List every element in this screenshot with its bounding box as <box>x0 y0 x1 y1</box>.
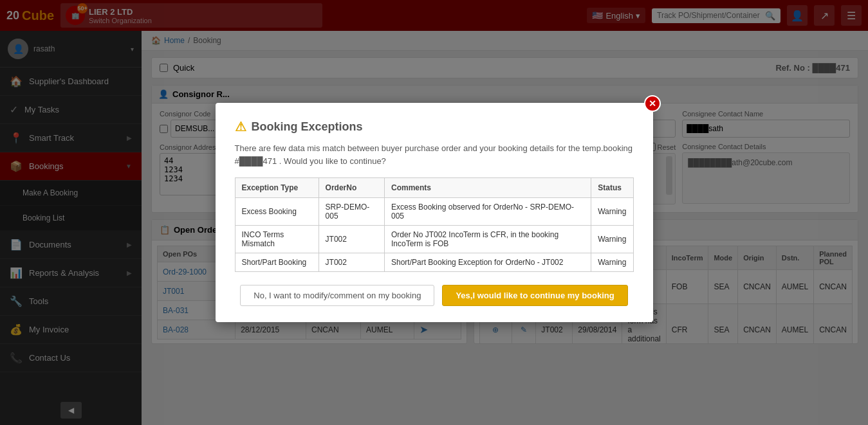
exception-type: INCO Terms Mismatch <box>235 226 319 253</box>
exception-order-no: JT002 <box>319 226 384 253</box>
exception-type: Short/Part Booking <box>235 253 319 272</box>
modal-col-comments: Comments <box>385 178 591 198</box>
modal-exception-row: Excess Booking SRP-DEMO-005 Excess Booki… <box>235 198 633 226</box>
modal-exception-row: Short/Part Booking JT002 Short/Part Book… <box>235 253 633 272</box>
modal-exception-row: INCO Terms Mismatch JT002 Order No JT002… <box>235 226 633 253</box>
modal-body: There are few data mis match between buy… <box>235 142 634 167</box>
exception-status: Warning <box>591 198 633 226</box>
exception-comments: Order No JT002 IncoTerm is CFR, in the b… <box>385 226 591 253</box>
modal-title: ⚠ Booking Exceptions <box>235 119 634 134</box>
warning-icon: ⚠ <box>235 119 246 134</box>
exception-status: Warning <box>591 226 633 253</box>
exception-comments: Excess Booking observed for OrderNo - SR… <box>385 198 591 226</box>
cancel-booking-button[interactable]: No, I want to modify/comment on my booki… <box>240 285 434 306</box>
modal-actions: No, I want to modify/comment on my booki… <box>235 285 634 306</box>
exception-type: Excess Booking <box>235 198 319 226</box>
exception-comments: Short/Part Booking Exception for OrderNo… <box>385 253 591 272</box>
modal-exceptions-table: Exception Type OrderNo Comments Status E… <box>235 177 634 272</box>
exception-order-no: JT002 <box>319 253 384 272</box>
modal-overlay: ✕ ⚠ Booking Exceptions There are few dat… <box>0 0 868 425</box>
modal-col-order: OrderNo <box>319 178 384 198</box>
modal-col-status: Status <box>591 178 633 198</box>
modal-col-type: Exception Type <box>235 178 319 198</box>
exception-status: Warning <box>591 253 633 272</box>
exception-order-no: SRP-DEMO-005 <box>319 198 384 226</box>
confirm-booking-button[interactable]: Yes,I would like to continue my booking <box>442 285 627 306</box>
booking-exceptions-modal: ✕ ⚠ Booking Exceptions There are few dat… <box>216 103 653 322</box>
modal-close-button[interactable]: ✕ <box>644 95 661 112</box>
